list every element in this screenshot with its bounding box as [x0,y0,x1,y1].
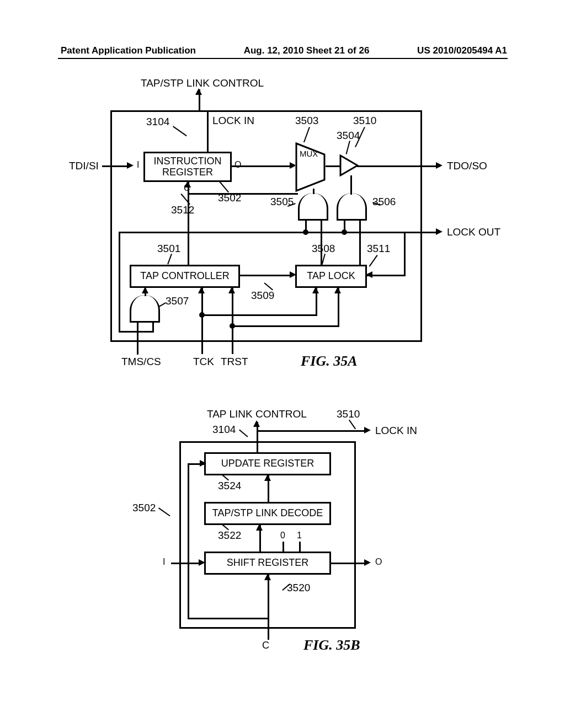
figure-35a: TAP/STP LINK CONTROL 3104 LOCK IN 3503 3… [74,77,472,370]
line [171,563,201,564]
line [207,110,209,152]
ref-3524: 3524 [218,480,241,492]
ref-3509: 3509 [251,290,274,302]
arrow-head-icon [334,287,341,293]
ref-3504: 3504 [337,130,360,142]
ref-3503: 3503 [295,115,318,127]
line [201,288,203,354]
port-C-b: C [262,640,269,651]
figure-label-35b: FIG. 35B [303,637,360,654]
block-tap-lock: TAP LOCK [295,265,367,288]
line [119,232,120,270]
line [102,165,130,167]
line [404,232,406,276]
arrow-head-icon [364,427,371,433]
line [119,232,439,233]
arrow-head-icon [436,162,443,169]
label-tck: TCK [193,356,214,368]
ref-3511: 3511 [367,243,390,255]
ref-3512: 3512 [171,204,194,216]
block-instruction-register: INSTRUCTION REGISTER [143,152,232,182]
port-O-b: O [375,557,382,567]
and-gate-3506 [337,193,367,221]
label-tdo-so: TDO/SO [447,160,487,172]
line [232,288,233,354]
line [331,563,367,564]
ref-3104: 3104 [146,116,169,128]
leader-line [349,420,356,430]
line [232,325,339,327]
label-lock-out: LOCK OUT [447,226,500,238]
line [188,463,189,618]
junction-dot [230,323,235,329]
arrow-head-icon [290,271,296,278]
arrow-head-icon [364,559,371,566]
arrow-head-icon [184,181,191,188]
and-gate-3505 [298,193,328,221]
page-header: Patent Application Publication Aug. 12, … [0,45,565,56]
line [338,288,339,326]
ref-3510-b: 3510 [337,408,360,420]
port-I: I [137,160,139,170]
svg-marker-1 [340,156,358,175]
arrow-head-icon [366,271,372,278]
junction-dot [303,229,308,235]
line [257,430,367,432]
arrow-head-icon [200,460,206,467]
and-gate-3507 [130,295,160,323]
label-tap-link-control: TAP LINK CONTROL [207,408,307,420]
line [257,441,258,453]
line [119,269,120,333]
ref-3104-b: 3104 [212,424,236,436]
line [188,618,269,619]
line [201,314,317,316]
bit1: 1 [297,531,302,540]
arrow-head-icon [312,287,319,293]
ref-3510: 3510 [353,115,376,127]
ref-3508: 3508 [312,243,335,255]
ref-3522: 3522 [218,529,241,542]
leader-line [239,429,248,437]
line [137,322,138,355]
arrow-head-icon [198,287,205,293]
bit0: 0 [280,531,285,540]
line [240,275,292,276]
header-rule [58,58,508,59]
ref-3520: 3520 [287,582,310,594]
arrow-head-icon [127,162,134,169]
line [188,193,189,265]
ref-3506: 3506 [372,196,396,208]
line [367,275,406,276]
arrow-head-icon [199,559,205,566]
figure-35b: TAP LINK CONTROL 3510 3104 LOCK IN 3502 … [132,408,452,667]
line [299,542,301,553]
line [268,575,269,640]
junction-dot [199,312,205,318]
label-mux: MUX [300,149,318,158]
label-lock-in-b: LOCK IN [375,425,417,437]
arrow-head-icon [195,88,202,95]
ref-3507: 3507 [166,295,189,307]
block-tap-stp-link-decode: TAP/STP LINK DECODE [204,502,331,525]
arrow-head-icon [142,287,148,293]
line [119,331,154,333]
arrow-head-icon [253,420,260,427]
arrow-head-icon [256,524,263,531]
block-update-register: UPDATE REGISTER [204,452,331,475]
label-tap-stp-link-control: TAP/STP LINK CONTROL [141,77,264,89]
line [188,193,298,195]
label-trst: TRST [221,356,248,368]
header-center: Aug. 12, 2010 Sheet 21 of 26 [244,45,370,56]
junction-dot [342,229,347,235]
block-shift-register: SHIFT REGISTER [204,552,331,575]
port-O: O [234,160,241,170]
label-lock-in: LOCK IN [212,115,254,127]
line [350,175,352,195]
arrow-head-icon [264,474,271,481]
buffer-icon [339,154,359,179]
header-right: US 2010/0205494 A1 [417,45,507,56]
port-I-b: I [163,557,165,567]
arrow-head-icon [228,287,235,293]
line [357,165,440,167]
leader-line [158,507,170,516]
